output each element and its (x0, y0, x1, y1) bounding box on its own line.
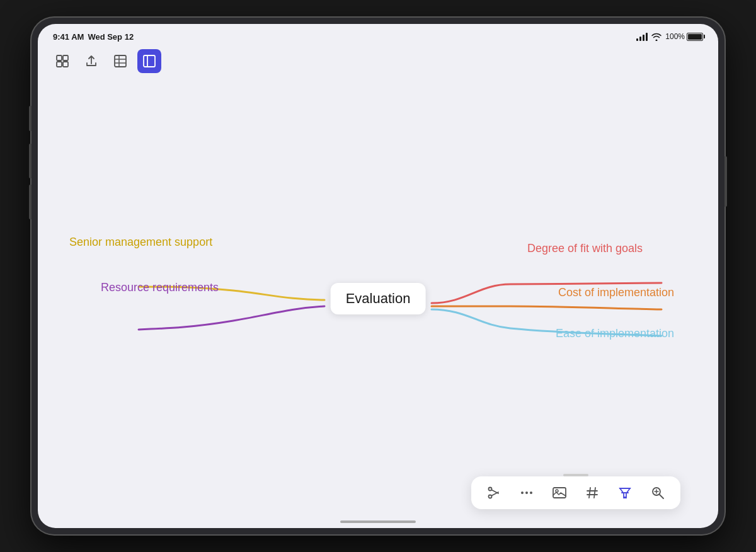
zoom-icon (650, 485, 665, 500)
grid-icon (55, 54, 69, 68)
sidebar-icon (142, 54, 156, 68)
screen: 9:41 AM Wed Sep 12 (38, 24, 718, 528)
status-time: 9:41 AM (53, 32, 84, 42)
home-indicator (340, 520, 416, 523)
grid-view-button[interactable] (50, 49, 74, 73)
svg-rect-2 (57, 62, 62, 67)
branch-degree-fit[interactable]: Degree of fit with goals (527, 242, 643, 255)
device-frame: 9:41 AM Wed Sep 12 (32, 18, 724, 534)
svg-point-15 (525, 492, 528, 494)
zoom-button[interactable] (648, 483, 668, 503)
svg-rect-8 (144, 55, 155, 67)
filter-button[interactable] (615, 483, 635, 503)
floating-toolbar (471, 476, 680, 509)
branch-cost[interactable]: Cost of implementation (558, 286, 674, 299)
svg-rect-3 (63, 62, 68, 67)
volume-down-button[interactable] (29, 185, 32, 219)
more-icon (519, 485, 534, 500)
battery-icon (687, 33, 703, 41)
svg-rect-0 (57, 55, 62, 60)
status-date: Wed Sep 12 (88, 32, 134, 42)
tag-button[interactable] (582, 483, 602, 503)
hashtag-icon (585, 485, 600, 500)
branch-resource-req[interactable]: Resource requirements (101, 281, 219, 294)
table-view-button[interactable] (108, 49, 132, 73)
branch-ease[interactable]: Ease of implementation (556, 327, 674, 340)
battery-fill (688, 34, 702, 40)
cut-tool-button[interactable] (484, 483, 504, 503)
svg-line-13 (492, 492, 499, 496)
mute-button[interactable] (29, 106, 32, 131)
table-icon (113, 54, 127, 68)
signal-icon (636, 32, 648, 41)
toolbar (38, 47, 718, 78)
mindmap-canvas[interactable]: Evaluation Degree of fit with goals Cost… (38, 78, 718, 528)
image-icon (552, 485, 567, 500)
status-indicators: 100% (636, 32, 703, 41)
svg-rect-4 (115, 55, 126, 67)
svg-line-22 (594, 488, 595, 498)
share-icon (84, 54, 98, 68)
svg-point-14 (521, 492, 524, 494)
battery-indicator: 100% (665, 32, 703, 41)
share-button[interactable] (79, 49, 103, 73)
status-bar: 9:41 AM Wed Sep 12 (38, 24, 718, 47)
svg-rect-1 (63, 55, 68, 60)
volume-up-button[interactable] (29, 144, 32, 178)
sidebar-button[interactable] (137, 49, 161, 73)
more-options-button[interactable] (517, 483, 537, 503)
battery-percent: 100% (665, 32, 685, 41)
center-node[interactable]: Evaluation (331, 283, 426, 314)
filter-icon (617, 485, 633, 500)
image-button[interactable] (549, 483, 570, 503)
svg-line-25 (660, 495, 663, 498)
power-button[interactable] (724, 156, 727, 207)
svg-line-21 (589, 488, 590, 498)
cut-icon (486, 485, 501, 500)
wifi-icon (651, 33, 662, 41)
svg-point-16 (530, 492, 532, 494)
branch-senior-mgmt[interactable]: Senior management support (69, 236, 212, 249)
